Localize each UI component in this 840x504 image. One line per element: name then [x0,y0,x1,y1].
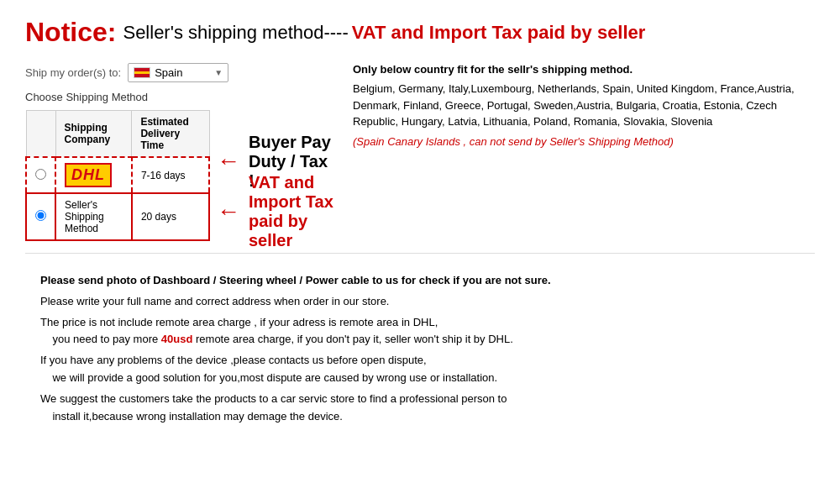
ship-to-country: Spain [155,66,182,79]
table-row-seller: Seller's Shipping Method 20 days [26,193,209,240]
ship-to-row: Ship my order(s) to: Spain ▼ [25,63,336,82]
note-3-red: 40usd [161,333,193,345]
list-item: We suggest the customers take the produc… [40,391,815,426]
note-4-text: If you have any problems of the device ,… [40,352,815,387]
vat-label: VAT and Import Tax paid by seller [249,173,336,250]
arrow-vat-row: ← VAT and Import Tax paid by seller [217,191,336,233]
spain-flag-icon [134,67,150,78]
notes-section: Please send photo of Dashboard / Steerin… [25,272,815,425]
radio-dhl[interactable] [26,157,55,193]
radio-seller[interactable] [26,193,55,240]
list-item: If you have any problems of the device ,… [40,352,815,387]
col-company: Shipping Company [55,111,132,158]
ship-to-label: Ship my order(s) to: [25,66,121,79]
chevron-down-icon: ▼ [214,68,223,77]
divider [25,253,815,254]
canary-note: (Spain Canary Islands , can not send by … [353,135,815,148]
dhl-time-cell: 7-16 days [132,157,209,193]
left-column: Ship my order(s) to: Spain ▼ Choose Ship… [25,63,336,241]
note-2-text: Please write your full name and correct … [40,293,815,311]
main-content: Ship my order(s) to: Spain ▼ Choose Ship… [25,63,815,241]
choose-method-label: Choose Shipping Method [25,91,336,103]
ship-to-select[interactable]: Spain ▼ [128,63,228,82]
seller-time-cell: 20 days [132,193,209,240]
note-5-text: We suggest the customers take the produc… [40,391,815,426]
table-header-row: Shipping Company Estimated Delivery Time [26,111,209,158]
country-list: Belgium, Germany, Italy,Luxembourg, Neth… [353,81,815,130]
arrows-column: ← Buyer Pay Duty / Tax ! ← VAT and Impor… [217,110,336,233]
notes-list: Please send photo of Dashboard / Steerin… [25,272,815,425]
country-header: Only below country fit for the sellr's s… [353,63,815,76]
left-arrow-vat-icon: ← [217,198,240,225]
dhl-logo: DHL [65,163,112,187]
note-3-text: The price is not include remote area cha… [40,314,815,349]
radio-dhl-input[interactable] [35,169,46,180]
table-row-dhl: DHL 7-16 days [26,157,209,193]
notice-red-text: VAT and Import Tax paid by seller [352,22,646,44]
col-delivery: Estimated Delivery Time [132,111,209,158]
list-item: The price is not include remote area cha… [40,314,815,349]
notice-bold-label: Notice: [25,17,116,48]
col-radio [26,111,55,158]
note-1-text: Please send photo of Dashboard / Steerin… [40,272,815,290]
table-arrows-row: Shipping Company Estimated Delivery Time… [25,110,336,241]
notice-header: Notice: Seller's shipping method---- VAT… [25,17,815,48]
notice-text: Seller's shipping method---- [123,22,348,44]
seller-company-cell: Seller's Shipping Method [55,193,132,240]
list-item: Please write your full name and correct … [40,293,815,311]
dhl-company-cell: DHL [55,157,132,193]
shipping-table: Shipping Company Estimated Delivery Time… [25,110,210,241]
list-item: Please send photo of Dashboard / Steerin… [40,272,815,290]
radio-seller-input[interactable] [35,210,46,221]
left-arrow-duty-icon: ← [217,148,240,175]
right-column: Only below country fit for the sellr's s… [353,63,815,241]
